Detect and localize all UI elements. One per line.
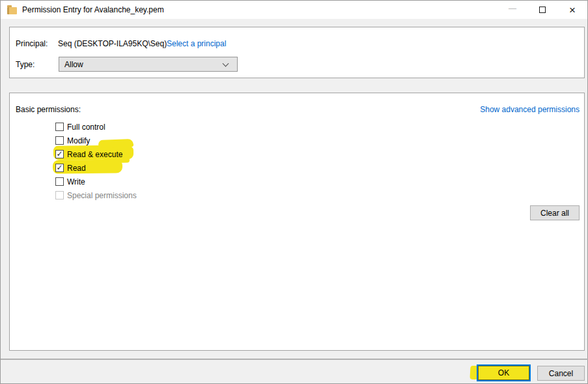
select-principal-link[interactable]: Select a principal bbox=[167, 39, 226, 48]
permissions-panel: Basic permissions: Show advanced permiss… bbox=[9, 93, 585, 351]
window-title: Permission Entry for Avalanche_key.pem bbox=[22, 5, 164, 14]
maximize-button[interactable] bbox=[527, 1, 557, 19]
permission-row-special: Special permissions bbox=[55, 190, 137, 200]
checkbox-write[interactable] bbox=[55, 177, 64, 186]
permission-label: Full control bbox=[67, 123, 105, 132]
permission-label: Special permissions bbox=[67, 191, 137, 200]
maximize-icon bbox=[539, 7, 546, 13]
permission-row-read[interactable]: ✓ Read bbox=[55, 163, 86, 173]
title-bar: Permission Entry for Avalanche_key.pem —… bbox=[1, 1, 587, 19]
show-advanced-permissions-link[interactable]: Show advanced permissions bbox=[480, 105, 580, 114]
checkbox-modify[interactable] bbox=[55, 136, 64, 145]
type-dropdown[interactable]: Allow bbox=[59, 57, 238, 72]
minimize-button[interactable]: — bbox=[497, 1, 527, 19]
principal-label: Principal: bbox=[16, 39, 48, 48]
checkbox-read[interactable]: ✓ bbox=[55, 164, 64, 172]
permission-row-read-execute[interactable]: ✓ Read & execute bbox=[55, 149, 122, 159]
permission-label: Modify bbox=[67, 136, 90, 145]
window-controls: — × bbox=[497, 1, 587, 19]
clear-all-button[interactable]: Clear all bbox=[530, 205, 580, 220]
marker-highlight-stroke bbox=[98, 139, 133, 148]
minimize-icon: — bbox=[509, 4, 516, 13]
permission-label: Read & execute bbox=[67, 150, 122, 159]
folder-icon bbox=[7, 7, 17, 14]
type-dropdown-value: Allow bbox=[59, 60, 223, 69]
type-label: Type: bbox=[16, 60, 35, 69]
permission-label: Read bbox=[67, 164, 86, 173]
checkbox-read-execute[interactable]: ✓ bbox=[55, 150, 64, 158]
checkbox-full-control[interactable] bbox=[55, 123, 64, 131]
permission-row-full-control[interactable]: Full control bbox=[55, 122, 105, 132]
close-button[interactable]: × bbox=[557, 1, 587, 19]
permission-entry-dialog: Permission Entry for Avalanche_key.pem —… bbox=[0, 0, 588, 384]
cancel-button[interactable]: Cancel bbox=[537, 366, 585, 381]
close-icon: × bbox=[569, 5, 576, 16]
principal-panel: Principal: Seq (DESKTOP-ILA95KQ\Seq) Sel… bbox=[9, 27, 585, 78]
basic-permissions-label: Basic permissions: bbox=[16, 105, 81, 114]
chevron-down-icon bbox=[223, 60, 229, 66]
principal-value: Seq (DESKTOP-ILA95KQ\Seq) bbox=[58, 39, 167, 48]
permission-row-write[interactable]: Write bbox=[55, 177, 85, 186]
footer-divider bbox=[1, 359, 588, 360]
checkbox-special-permissions bbox=[55, 191, 64, 199]
permission-row-modify[interactable]: Modify bbox=[55, 136, 90, 145]
permission-label: Write bbox=[67, 177, 85, 186]
ok-button[interactable]: OK bbox=[477, 364, 531, 381]
